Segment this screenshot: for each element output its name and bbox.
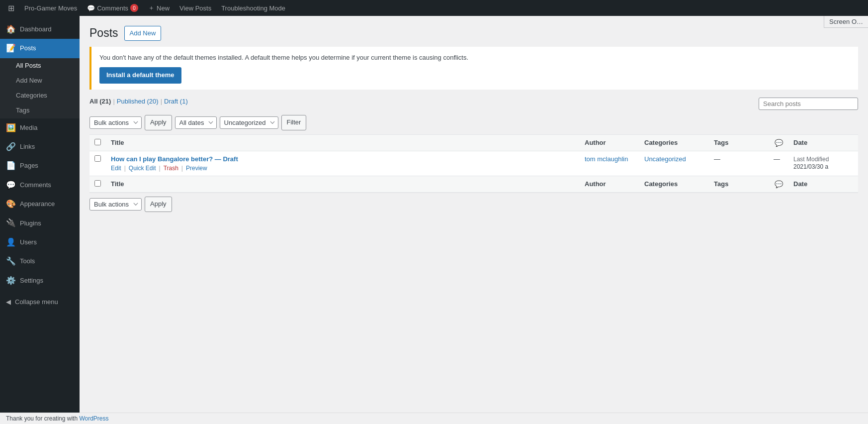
preview-link[interactable]: Preview — [186, 165, 207, 172]
filter-sep-1: | — [113, 98, 114, 105]
sidebar-item-tags[interactable]: Tags — [0, 103, 80, 118]
comments-badge: 0 — [130, 4, 138, 12]
sidebar-label-tags: Tags — [16, 106, 29, 115]
view-posts-item[interactable]: View Posts — [175, 0, 215, 16]
date-label: Last Modified — [793, 156, 829, 163]
comments-footer-icon: 💬 — [775, 180, 783, 188]
filter-links: All (21) | Published (20) | Draft (1) — [89, 98, 188, 105]
new-label: New — [157, 4, 170, 12]
post-title-link[interactable]: How can I play Bangalore better? — Draft — [111, 155, 238, 163]
filter-all[interactable]: All (21) — [89, 98, 111, 105]
users-icon: 👤 — [6, 237, 16, 248]
screen-options-button[interactable]: Screen O… — [824, 16, 868, 28]
notice-text: You don't have any of the default themes… — [99, 53, 850, 63]
install-theme-button[interactable]: Install a default theme — [99, 67, 181, 84]
bulk-actions-select-top[interactable]: Bulk actions — [89, 116, 142, 129]
sidebar-label-appearance: Appearance — [20, 200, 55, 209]
uncategorized-select[interactable]: Uncategorized — [220, 116, 278, 129]
th-comments[interactable]: 💬 — [769, 134, 788, 151]
new-item[interactable]: ＋ New — [144, 0, 174, 16]
main-layout: 🏠 Dashboard 📝 Posts All Posts Add New Ca… — [0, 16, 868, 424]
sidebar-item-add-new[interactable]: Add New — [0, 73, 80, 88]
filter-sep-2: | — [161, 98, 162, 105]
comments-sidebar-icon: 💬 — [6, 180, 16, 191]
notice-banner: You don't have any of the default themes… — [89, 47, 858, 90]
th-categories[interactable]: Categories — [639, 134, 709, 151]
filter-draft[interactable]: Draft (1) — [164, 98, 188, 105]
row-author-cell: tom mclaughlin — [580, 151, 639, 176]
sidebar-item-posts[interactable]: 📝 Posts — [0, 39, 80, 58]
row-date-cell: Last Modified 2021/03/30 a — [788, 151, 858, 176]
all-dates-select[interactable]: All dates — [175, 116, 217, 129]
sidebar-item-all-posts[interactable]: All Posts — [0, 58, 80, 73]
sidebar-item-appearance[interactable]: 🎨 Appearance — [0, 195, 80, 213]
sidebar-item-settings[interactable]: ⚙️ Settings — [0, 271, 80, 290]
th-checkbox — [89, 134, 106, 151]
bulk-actions-select-bottom[interactable]: Bulk actions — [89, 198, 142, 211]
comments-item[interactable]: 💬 Comments 0 — [83, 0, 142, 16]
filter-button[interactable]: Filter — [281, 115, 307, 130]
tf-title[interactable]: Title — [106, 176, 580, 192]
troubleshooting-item[interactable]: Troubleshooting Mode — [217, 0, 289, 16]
row-checkbox-cell — [89, 151, 106, 176]
add-new-button[interactable]: Add New — [124, 26, 162, 41]
posts-submenu: All Posts Add New Categories Tags — [0, 58, 80, 118]
row-categories-cell: Uncategorized — [639, 151, 709, 176]
row-tags-cell: — — [709, 151, 769, 176]
sidebar-item-comments[interactable]: 💬 Comments — [0, 176, 80, 195]
select-all-checkbox-bottom[interactable] — [94, 180, 101, 187]
table-row: How can I play Bangalore better? — Draft… — [89, 151, 858, 176]
collapse-label: Collapse menu — [15, 298, 58, 306]
sidebar-item-plugins[interactable]: 🔌 Plugins — [0, 213, 80, 232]
apply-button-bottom[interactable]: Apply — [145, 197, 172, 212]
table-header-row: Title Author Categories Tags 💬 — [89, 134, 858, 151]
th-title[interactable]: Title — [106, 134, 580, 151]
search-input[interactable] — [759, 98, 858, 110]
edit-link[interactable]: Edit — [111, 165, 121, 172]
media-icon: 🖼️ — [6, 122, 16, 133]
search-box-wrap — [759, 98, 858, 110]
sidebar-label-users: Users — [20, 238, 37, 247]
wp-logo-item[interactable]: ⊞ — [4, 0, 18, 16]
view-posts-label: View Posts — [179, 4, 211, 12]
sidebar-label-media: Media — [20, 123, 37, 132]
tf-categories[interactable]: Categories — [639, 176, 709, 192]
trash-link[interactable]: Trash — [164, 165, 178, 172]
sidebar-item-links[interactable]: 🔗 Links — [0, 137, 80, 156]
sidebar-label-categories: Categories — [16, 91, 47, 100]
wp-logo-icon: ⊞ — [8, 3, 14, 13]
wordpress-link[interactable]: WordPress — [79, 415, 108, 422]
quick-edit-link[interactable]: Quick Edit — [129, 165, 156, 172]
site-name-label: Pro-Gamer Moves — [24, 4, 77, 12]
sidebar-item-tools[interactable]: 🔧 Tools — [0, 252, 80, 271]
comments-icon: 💬 — [87, 4, 95, 12]
pages-icon: 📄 — [6, 160, 16, 171]
category-link[interactable]: Uncategorized — [644, 155, 686, 163]
sidebar-item-media[interactable]: 🖼️ Media — [0, 118, 80, 137]
tf-date[interactable]: Date — [788, 176, 858, 192]
tf-author[interactable]: Author — [580, 176, 639, 192]
sidebar-item-categories[interactable]: Categories — [0, 88, 80, 103]
comments-label: Comments — [97, 4, 128, 12]
sidebar-label-comments: Comments — [20, 181, 51, 190]
th-tags[interactable]: Tags — [709, 134, 769, 151]
comments-column-icon: 💬 — [775, 139, 783, 147]
posts-table: Title Author Categories Tags 💬 — [89, 134, 858, 193]
author-link[interactable]: tom mclaughlin — [585, 155, 628, 163]
sidebar-label-all-posts: All Posts — [16, 61, 41, 70]
select-all-checkbox[interactable] — [94, 139, 101, 145]
sidebar-label-posts: Posts — [20, 44, 36, 53]
th-date[interactable]: Date — [788, 134, 858, 151]
collapse-menu[interactable]: ◀ Collapse menu — [0, 294, 80, 310]
tf-tags[interactable]: Tags — [709, 176, 769, 192]
sidebar-item-dashboard[interactable]: 🏠 Dashboard — [0, 20, 80, 39]
tf-comments[interactable]: 💬 — [769, 176, 788, 192]
filter-published[interactable]: Published (20) — [117, 98, 159, 105]
sidebar-item-users[interactable]: 👤 Users — [0, 233, 80, 252]
row-checkbox[interactable] — [94, 155, 101, 162]
th-author[interactable]: Author — [580, 134, 639, 151]
apply-button-top[interactable]: Apply — [145, 115, 172, 130]
site-name-item[interactable]: Pro-Gamer Moves — [20, 0, 81, 16]
sidebar-item-pages[interactable]: 📄 Pages — [0, 156, 80, 175]
row-title-cell: How can I play Bangalore better? — Draft… — [106, 151, 580, 176]
